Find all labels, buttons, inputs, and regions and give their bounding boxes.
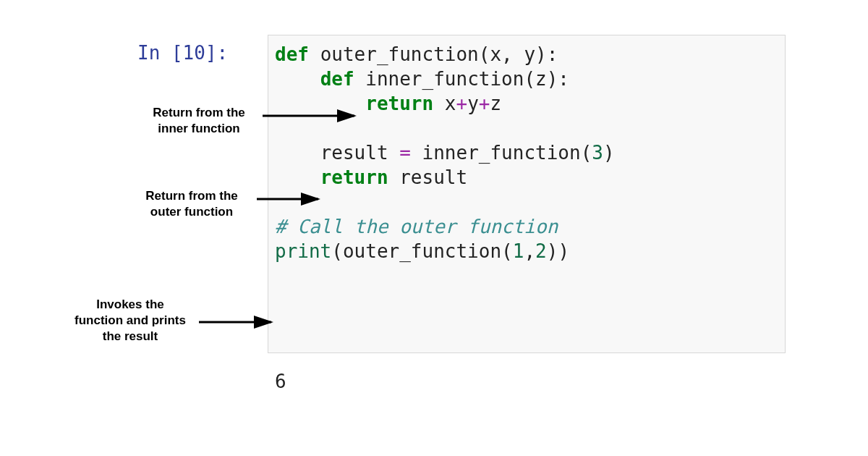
num: 1 bbox=[513, 240, 524, 262]
builtin-print: print bbox=[275, 240, 331, 262]
func-name: outer_function bbox=[320, 43, 479, 65]
paren: ): bbox=[547, 68, 569, 90]
indent bbox=[275, 142, 320, 164]
call: outer_function bbox=[343, 240, 501, 262]
stage: In [10]: def outer_function(x, y): def i… bbox=[0, 0, 868, 456]
var: z bbox=[490, 93, 501, 114]
paren: ) bbox=[603, 142, 615, 164]
input-prompt: In [10]: bbox=[137, 42, 239, 64]
op-plus: + bbox=[456, 93, 467, 114]
indent bbox=[275, 93, 365, 114]
kw-return: return bbox=[365, 93, 445, 114]
num: 2 bbox=[535, 240, 547, 262]
annotation-inner-return: Return from theinner function bbox=[137, 105, 260, 137]
var: y bbox=[467, 93, 479, 114]
paren: ) bbox=[547, 240, 558, 262]
indent bbox=[275, 68, 320, 90]
paren: ( bbox=[581, 142, 592, 164]
paren: ( bbox=[501, 240, 513, 262]
paren: ( bbox=[479, 43, 490, 65]
args: z bbox=[535, 68, 547, 90]
annotation-invoke: Invokes thefunction and printsthe result bbox=[65, 297, 195, 345]
kw-def: def bbox=[275, 43, 320, 65]
var: result bbox=[320, 142, 400, 164]
args: x, y bbox=[490, 43, 535, 65]
func-name: inner_function bbox=[365, 68, 524, 90]
call: inner_function bbox=[422, 142, 581, 164]
annotation-outer-return: Return from theouter function bbox=[130, 188, 253, 220]
kw-return: return bbox=[320, 166, 400, 188]
code-content: def outer_function(x, y): def inner_func… bbox=[275, 42, 615, 263]
op-eq: = bbox=[399, 142, 411, 164]
comma: , bbox=[524, 240, 535, 262]
cell-output: 6 bbox=[275, 371, 286, 392]
space bbox=[411, 142, 422, 164]
paren: ( bbox=[331, 240, 343, 262]
paren: ): bbox=[535, 43, 558, 65]
var: result bbox=[399, 166, 467, 188]
var: x bbox=[445, 93, 456, 114]
num: 3 bbox=[592, 142, 603, 164]
indent bbox=[275, 166, 320, 188]
op-plus: + bbox=[479, 93, 490, 114]
comment: # Call the outer function bbox=[275, 216, 558, 237]
kw-def: def bbox=[320, 68, 366, 90]
paren: ) bbox=[558, 240, 569, 262]
paren: ( bbox=[524, 68, 535, 90]
